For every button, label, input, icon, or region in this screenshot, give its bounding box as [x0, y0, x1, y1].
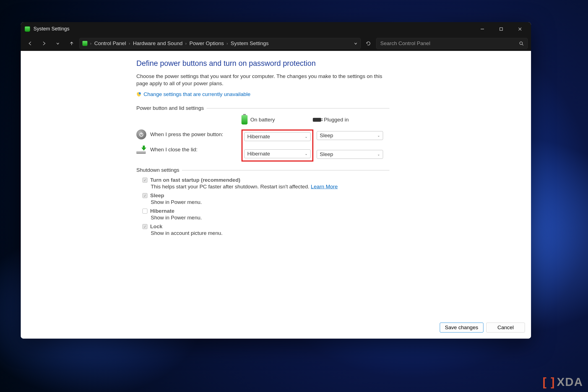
window-title: System Settings — [33, 26, 69, 32]
xda-watermark: [ ]XDA — [543, 375, 583, 389]
chevron-down-icon: ⌄ — [305, 152, 308, 156]
control-panel-window: System Settings › Con — [21, 22, 531, 339]
cancel-button[interactable]: Cancel — [486, 323, 525, 333]
titlebar: System Settings — [21, 22, 531, 36]
lid-on-battery-select[interactable]: Hibernate ⌄ — [244, 149, 311, 158]
search-icon — [519, 41, 524, 46]
breadcrumb[interactable]: › Control Panel › Hardware and Sound › P… — [79, 38, 361, 49]
close-button[interactable] — [511, 22, 529, 36]
power-button-on-battery-select[interactable]: Hibernate ⌄ — [244, 132, 311, 141]
svg-rect-1 — [500, 28, 503, 30]
hibernate-checkbox — [142, 209, 147, 214]
chevron-right-icon: › — [225, 41, 229, 46]
fast-startup-desc: This helps start your PC faster after sh… — [151, 184, 311, 189]
breadcrumb-item[interactable]: Power Options — [189, 40, 224, 46]
lock-desc: Show in account picture menu. — [151, 230, 389, 236]
up-button[interactable] — [66, 38, 78, 49]
save-changes-button[interactable]: Save changes — [440, 323, 483, 333]
sleep-label: Sleep — [150, 193, 164, 199]
page-description: Choose the power settings that you want … — [136, 73, 389, 87]
search-placeholder: Search Control Panel — [380, 40, 430, 46]
lock-label: Lock — [150, 224, 162, 230]
lid-plugged-in-select[interactable]: Sleep ⌄ — [317, 150, 383, 159]
breadcrumb-item[interactable]: Control Panel — [94, 40, 126, 46]
content-area: Define power buttons and turn on passwor… — [21, 51, 531, 339]
battery-app-icon — [25, 26, 30, 32]
forward-button[interactable] — [38, 38, 50, 49]
svg-line-5 — [522, 44, 523, 45]
power-button-icon — [136, 129, 146, 139]
sleep-checkbox — [142, 193, 147, 198]
hibernate-label: Hibernate — [150, 208, 175, 214]
breadcrumb-item[interactable]: System Settings — [231, 40, 269, 46]
page-title: Define power buttons and turn on passwor… — [136, 59, 389, 68]
row-power-label: When I press the power button: — [150, 131, 223, 137]
change-settings-link[interactable]: Change settings that are currently unava… — [144, 91, 251, 97]
row-lid-label: When I close the lid: — [150, 147, 197, 153]
breadcrumb-expand-button[interactable] — [354, 41, 358, 45]
chevron-right-icon: › — [184, 41, 188, 46]
fast-startup-checkbox — [142, 178, 147, 183]
uac-shield-icon — [136, 92, 141, 97]
highlight-box: Hibernate ⌄ Hibernate ⌄ — [241, 129, 313, 162]
chevron-down-icon: ⌄ — [377, 134, 380, 137]
chevron-down-icon: ⌄ — [377, 152, 380, 156]
hibernate-desc: Show in Power menu. — [151, 215, 389, 221]
power-button-plugged-in-select[interactable]: Sleep ⌄ — [317, 131, 383, 140]
column-on-battery: On battery — [241, 115, 313, 124]
chevron-right-icon: › — [128, 41, 131, 46]
navbar: › Control Panel › Hardware and Sound › P… — [21, 36, 531, 51]
chevron-right-icon: › — [89, 41, 93, 46]
back-button[interactable] — [24, 38, 36, 49]
lock-checkbox — [142, 224, 147, 229]
refresh-button[interactable] — [362, 38, 374, 49]
footer: Save changes Cancel — [21, 319, 531, 339]
section-shutdown: Shutdown settings — [136, 167, 389, 173]
fast-startup-label: Turn on fast startup (recommended) — [150, 177, 240, 183]
column-plugged-in: Plugged in — [313, 117, 384, 123]
search-input[interactable]: Search Control Panel — [376, 38, 528, 49]
sleep-desc: Show in Power menu. — [151, 199, 389, 205]
maximize-button[interactable] — [492, 22, 511, 36]
breadcrumb-item[interactable]: Hardware and Sound — [133, 40, 183, 46]
plug-icon — [313, 118, 321, 122]
chevron-down-icon: ⌄ — [305, 135, 308, 139]
recent-dropdown-button[interactable] — [52, 38, 64, 49]
minimize-button[interactable] — [473, 22, 492, 36]
svg-point-4 — [520, 42, 522, 45]
breadcrumb-icon — [82, 41, 87, 46]
battery-icon — [241, 115, 248, 124]
section-power-button-lid: Power button and lid settings — [136, 105, 389, 111]
learn-more-link[interactable]: Learn More — [311, 184, 338, 189]
lid-icon — [136, 146, 146, 154]
